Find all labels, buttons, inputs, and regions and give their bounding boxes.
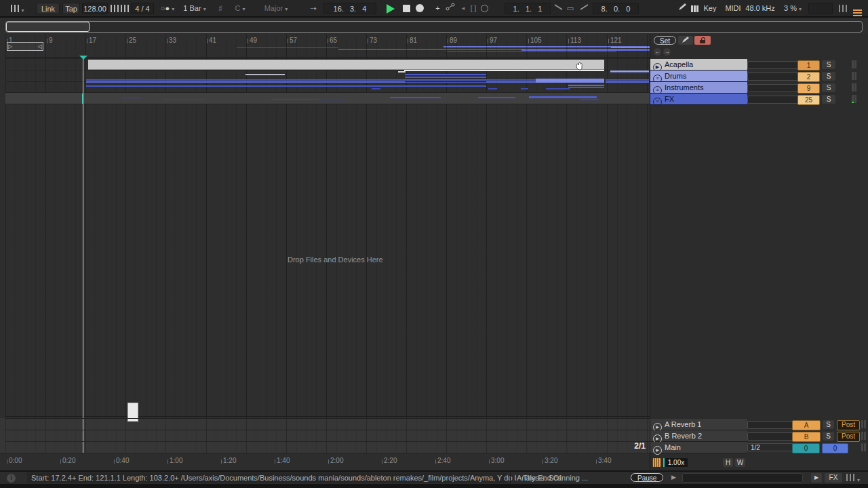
track-meter: [861, 432, 866, 440]
solo-button[interactable]: S: [822, 83, 835, 92]
clip-segment[interactable]: [606, 79, 649, 81]
playhead-line[interactable]: [83, 57, 83, 454]
status-bar: i Start: 17.2.4+ End: 121.1.1 Length: 10…: [0, 470, 868, 484]
clip-segment[interactable]: [86, 81, 604, 83]
track-header-fx[interactable]: ≡FX: [650, 94, 747, 105]
solo-button[interactable]: S: [822, 72, 835, 81]
clip-segment[interactable]: [546, 88, 570, 89]
playback-speed-field[interactable]: 1.00x: [663, 458, 688, 467]
clip-segment[interactable]: [372, 88, 380, 89]
clip-segment[interactable]: [86, 85, 486, 87]
clip-segment[interactable]: [521, 88, 528, 89]
selection-info: Start: 17.2.4+ End: 121.1.1 Length: 103.…: [31, 474, 561, 482]
clip-segment[interactable]: [122, 98, 142, 98]
solo-button[interactable]: S: [822, 60, 835, 69]
track-header-acapella[interactable]: ▶Acapella: [650, 59, 747, 70]
height-zoom-button[interactable]: H: [723, 458, 733, 467]
key-map-button[interactable]: Key: [701, 3, 719, 14]
cue-volume[interactable]: 0: [792, 443, 820, 453]
track-meter: [852, 83, 856, 92]
pre-post-toggle[interactable]: Post: [837, 420, 860, 430]
meter-signal-dot: [852, 102, 854, 103]
output-meter-icon[interactable]: [846, 474, 854, 481]
time-label: 1:00: [167, 457, 182, 464]
return-lanes[interactable]: [0, 418, 650, 453]
solo-button[interactable]: S: [823, 432, 834, 441]
play-icon[interactable]: ▶: [653, 446, 662, 455]
play-icon[interactable]: ▶: [671, 474, 676, 481]
preview-play-button[interactable]: ▶: [811, 473, 822, 483]
track-name: FX: [665, 95, 674, 103]
set-locator-button[interactable]: Set: [654, 36, 676, 45]
clip-segment[interactable]: [478, 97, 515, 98]
clip-segment[interactable]: [488, 88, 497, 89]
return-header-b[interactable]: ▶B Reverb 2: [650, 430, 747, 442]
main-track-header[interactable]: ▶Main: [650, 442, 747, 453]
track-meter: [852, 72, 856, 80]
clip-segment[interactable]: [580, 99, 599, 100]
clip-segment[interactable]: [568, 87, 604, 88]
clip-segment[interactable]: [529, 96, 597, 98]
menu-lines-icon: [853, 9, 862, 11]
clip-segment[interactable]: [271, 99, 319, 100]
overload-indicator: [808, 3, 833, 14]
clip-segment[interactable]: [319, 100, 346, 100]
time-label: 1:20: [221, 457, 236, 464]
track-header-drums[interactable]: ≡Drums: [650, 70, 747, 82]
time-ruler[interactable]: 0:000:200:401:001:201:402:002:202:403:00…: [0, 453, 650, 470]
info-icon[interactable]: i: [7, 474, 16, 483]
return-activator[interactable]: A: [792, 420, 821, 430]
draw-automation-button[interactable]: [678, 36, 693, 45]
track-activator[interactable]: 25: [797, 95, 820, 105]
track-header-instruments[interactable]: ≡Instruments: [650, 82, 747, 94]
chevron-down-icon[interactable]: ▾: [857, 475, 860, 483]
sample-rate-display: 48.0 kHz: [744, 3, 776, 14]
track-meter: [861, 443, 866, 451]
solo-button[interactable]: S: [823, 420, 834, 429]
track-activator[interactable]: 9: [797, 83, 820, 94]
return-activator[interactable]: B: [792, 432, 821, 442]
clip-segment[interactable]: [606, 81, 649, 83]
fwd-arrow-button[interactable]: →: [663, 48, 671, 56]
clip-segment[interactable]: [610, 70, 649, 72]
clip-segment[interactable]: [405, 74, 486, 83]
clip-segment[interactable]: [610, 73, 649, 73]
clip-segment[interactable]: [86, 79, 604, 81]
main-volume[interactable]: 0: [822, 443, 848, 453]
midi-map-button[interactable]: MIDI: [723, 3, 743, 14]
pre-post-toggle[interactable]: Post: [837, 432, 860, 442]
clip-segment[interactable]: [163, 99, 203, 100]
return-header-a[interactable]: ▶A Reverb 1: [650, 419, 747, 430]
lane-divider: [5, 430, 650, 430]
clip-segment[interactable]: [390, 97, 441, 98]
cpu-load-meter[interactable]: 3 % ▾: [779, 3, 806, 14]
track-io-box[interactable]: [747, 73, 802, 81]
track-name: B Reverb 2: [665, 432, 702, 440]
back-arrow-button[interactable]: ←: [654, 48, 661, 56]
group-icon[interactable]: ≡: [653, 98, 662, 106]
draw-mode-button[interactable]: [677, 3, 688, 14]
clip-segment[interactable]: [536, 79, 604, 83]
clip-segment[interactable]: [245, 74, 285, 75]
time-label: 0:40: [114, 457, 129, 464]
pause-button[interactable]: Pause: [631, 473, 663, 482]
message-field[interactable]: [682, 473, 803, 483]
track-io-box[interactable]: [747, 96, 802, 104]
hamburger-menu-icon[interactable]: [852, 3, 863, 14]
computer-midi-keyboard-button[interactable]: [689, 3, 700, 14]
width-zoom-button[interactable]: W: [735, 458, 745, 467]
solo-button[interactable]: S: [822, 95, 835, 104]
track-io-box[interactable]: [747, 84, 802, 92]
track-activator[interactable]: 1: [797, 60, 820, 70]
track-io-box[interactable]: [747, 61, 802, 69]
track-activator[interactable]: 2: [797, 72, 820, 82]
lane-divider: [5, 441, 650, 442]
lock-envelopes-button[interactable]: [694, 36, 711, 45]
insert-marker-icon[interactable]: [79, 56, 87, 60]
clip-segment[interactable]: [398, 71, 406, 73]
bars-icon: [839, 5, 847, 12]
time-signature-marker[interactable]: 2/1: [590, 441, 646, 451]
waveform-zoom-icon[interactable]: [652, 458, 661, 467]
fx-button[interactable]: FX: [825, 473, 842, 483]
clip-segment[interactable]: [568, 85, 604, 86]
